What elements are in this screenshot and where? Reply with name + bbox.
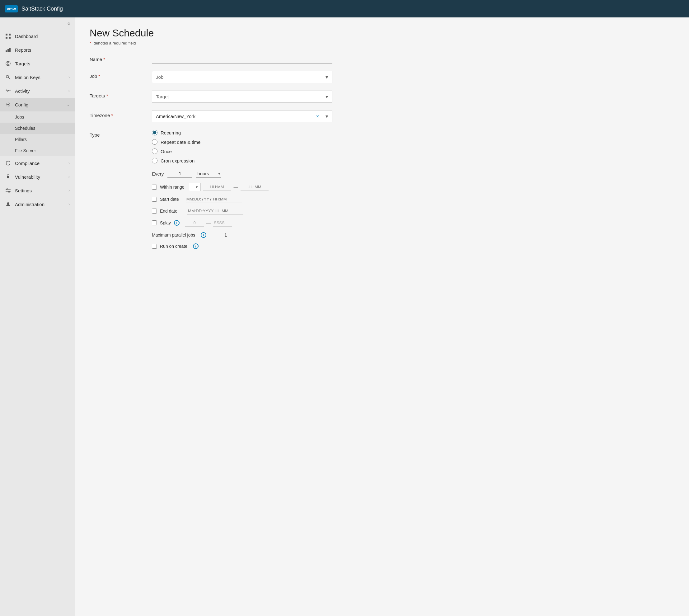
job-select[interactable]: Job	[152, 71, 332, 83]
splay-label: Splay	[160, 220, 171, 225]
sidebar-item-vulnerability[interactable]: Vulnerability ›	[0, 170, 75, 184]
sidebar-item-targets[interactable]: Targets	[0, 57, 75, 70]
config-sub-menu: Jobs Schedules Pillars File Server	[0, 111, 75, 156]
chevron-right-icon: ›	[68, 161, 70, 165]
radio-item-cron-expression[interactable]: Cron expression	[152, 158, 332, 163]
within-range-checkbox[interactable]	[152, 184, 157, 190]
svg-point-8	[7, 63, 9, 64]
range-from-input[interactable]	[203, 183, 231, 191]
chevron-down-icon[interactable]: ▼	[321, 114, 332, 119]
admin-icon	[5, 201, 11, 207]
splay-unit-input[interactable]	[213, 219, 232, 227]
sidebar-item-label: Activity	[15, 88, 30, 94]
chevron-right-icon: ›	[68, 89, 70, 93]
sidebar-item-pillars[interactable]: Pillars	[0, 134, 75, 145]
start-date-label: Start date	[160, 197, 179, 202]
splay-inputs: —	[185, 219, 232, 227]
range-dash: —	[234, 184, 238, 190]
targets-select[interactable]: Target	[152, 91, 332, 103]
radio-item-once[interactable]: Once	[152, 149, 332, 154]
targets-select-wrapper: Target ▼	[152, 91, 332, 103]
job-label: Job *	[90, 71, 152, 79]
type-label: Type	[90, 130, 152, 137]
end-date-label: End date	[160, 208, 177, 214]
sidebar-item-file-server[interactable]: File Server	[0, 145, 75, 156]
name-field	[152, 54, 332, 64]
svg-rect-3	[9, 37, 10, 39]
sidebar-item-administration[interactable]: Administration ›	[0, 197, 75, 211]
radio-item-recurring[interactable]: Recurring	[152, 130, 332, 135]
svg-point-12	[7, 104, 9, 106]
splay-row: Splay i —	[152, 219, 332, 227]
radio-recurring[interactable]	[152, 130, 157, 135]
range-dropdown: ▼	[189, 183, 201, 191]
radio-item-repeat-date-time[interactable]: Repeat date & time	[152, 139, 332, 145]
required-note: * denotes a required field	[90, 41, 674, 45]
timezone-value: America/New_York	[152, 110, 314, 122]
sidebar-item-label: Compliance	[15, 161, 40, 166]
splay-checkbox[interactable]	[152, 220, 157, 225]
max-parallel-jobs-info-icon[interactable]: i	[201, 232, 206, 238]
max-parallel-jobs-input[interactable]	[213, 231, 238, 239]
sidebar-item-label: Administration	[15, 202, 45, 207]
sidebar-item-settings[interactable]: Settings ›	[0, 184, 75, 197]
start-date-checkbox[interactable]	[152, 197, 157, 202]
main-content: New Schedule * denotes a required field …	[75, 18, 689, 616]
start-date-input[interactable]	[186, 196, 242, 203]
sidebar-item-config[interactable]: Config ⌄	[0, 98, 75, 111]
sidebar-item-minion-keys[interactable]: Minion Keys ›	[0, 70, 75, 84]
radio-repeat-date-time[interactable]	[152, 139, 157, 145]
sidebar-item-jobs[interactable]: Jobs	[0, 111, 75, 123]
svg-rect-4	[6, 50, 7, 52]
job-field: Job ▼	[152, 71, 332, 83]
range-to-input[interactable]	[241, 183, 269, 191]
sidebar-collapse-area: «	[0, 18, 75, 29]
page-title: New Schedule	[90, 27, 674, 39]
end-date-checkbox[interactable]	[152, 208, 157, 214]
every-value-input[interactable]	[168, 170, 192, 178]
type-field: Recurring Repeat date & time Once Cron e…	[152, 130, 332, 254]
every-unit-select[interactable]: seconds minutes hours days weeks	[196, 170, 221, 178]
splay-from-input[interactable]	[185, 219, 204, 227]
sidebar-collapse-button[interactable]: «	[68, 21, 70, 26]
bug-icon	[5, 174, 11, 180]
svg-rect-1	[9, 34, 10, 36]
chevron-right-icon: ›	[68, 75, 70, 80]
radio-cron-expression[interactable]	[152, 158, 157, 163]
svg-rect-0	[6, 34, 7, 36]
within-range-row: Within range ▼ —	[152, 183, 332, 191]
range-select[interactable]	[189, 183, 200, 191]
name-label: Name *	[90, 54, 152, 62]
timezone-clear-button[interactable]: ×	[314, 114, 321, 119]
job-row: Job * Job ▼	[90, 71, 674, 83]
svg-point-7	[6, 61, 10, 66]
every-row: Every seconds minutes hours days weeks ▼	[152, 170, 332, 178]
sidebar-item-label: Reports	[15, 47, 31, 52]
shield-icon	[5, 160, 11, 166]
chevron-right-icon: ›	[68, 202, 70, 206]
job-select-wrapper: Job ▼	[152, 71, 332, 83]
chart-icon	[5, 47, 11, 53]
max-parallel-jobs-label: Maximum parallel jobs	[152, 233, 195, 238]
splay-info-icon[interactable]: i	[174, 220, 180, 226]
start-date-row: Start date	[152, 196, 332, 203]
end-date-row: End date	[152, 207, 332, 215]
type-row: Type Recurring Repeat date & time Once	[90, 130, 674, 254]
sidebar-item-dashboard[interactable]: Dashboard	[0, 29, 75, 43]
sidebar-item-reports[interactable]: Reports	[0, 43, 75, 57]
sidebar-item-compliance[interactable]: Compliance ›	[0, 156, 75, 170]
radio-once[interactable]	[152, 149, 157, 154]
run-on-create-info-icon[interactable]: i	[193, 243, 199, 249]
run-on-create-checkbox[interactable]	[152, 244, 157, 249]
chevron-down-icon: ⌄	[67, 103, 70, 107]
every-label: Every	[152, 171, 164, 176]
name-input[interactable]	[152, 54, 332, 64]
chevron-right-icon: ›	[68, 188, 70, 193]
sidebar-item-activity[interactable]: Activity ›	[0, 84, 75, 98]
targets-label: Targets *	[90, 91, 152, 98]
sidebar-item-schedules[interactable]: Schedules	[0, 123, 75, 134]
splay-dash: —	[206, 220, 211, 225]
end-date-input[interactable]	[187, 207, 243, 215]
targets-field: Target ▼	[152, 91, 332, 103]
target-icon	[5, 60, 11, 67]
